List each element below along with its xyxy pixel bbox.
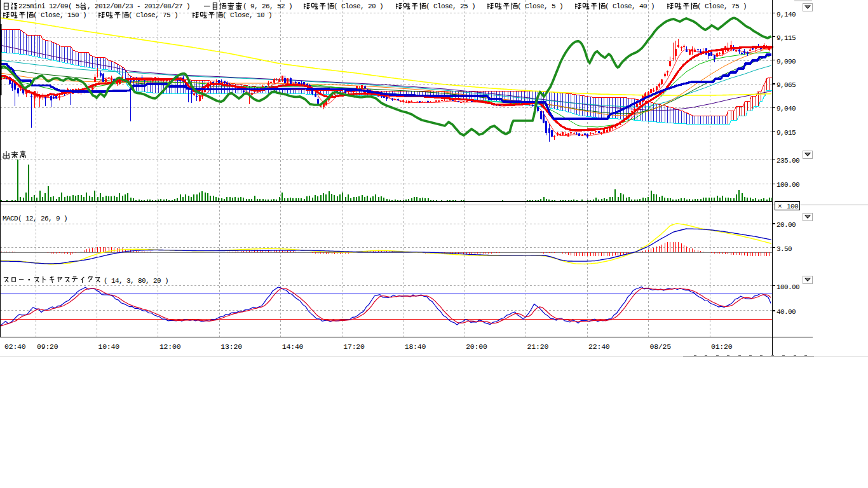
- svg-text:01:20: 01:20: [711, 342, 733, 351]
- svg-text:225mini 12/09( 5: 225mini 12/09( 5: [18, 3, 79, 10]
- svg-text:( Close, 40 ): ( Close, 40 ): [605, 3, 654, 10]
- svg-text:20:00: 20:00: [466, 342, 487, 351]
- svg-text:13:20: 13:20: [220, 342, 242, 351]
- svg-text:, 2012/08/23 - 2012/08/27 ): , 2012/08/23 - 2012/08/27 ): [87, 3, 190, 10]
- svg-text:( Close, 75 ): ( Close, 75 ): [128, 11, 178, 19]
- svg-text:( Close, 20 ): ( Close, 20 ): [334, 3, 383, 10]
- svg-text:9,115: 9,115: [776, 34, 796, 42]
- svg-text:02:40: 02:40: [4, 342, 26, 351]
- svg-text:10:40: 10:40: [98, 342, 119, 351]
- svg-text:( Close, 5 ): ( Close, 5 ): [517, 3, 563, 10]
- svg-text:9,040: 9,040: [776, 105, 796, 112]
- svg-text:21:20: 21:20: [527, 342, 549, 351]
- svg-text:100: 100: [787, 203, 798, 210]
- svg-text:17:20: 17:20: [343, 342, 365, 351]
- svg-text:×: ×: [778, 203, 782, 210]
- svg-text:9,065: 9,065: [776, 81, 796, 89]
- svg-text:9,090: 9,090: [776, 58, 796, 65]
- svg-text:100.00: 100.00: [776, 283, 799, 291]
- svg-text:20.00: 20.00: [776, 221, 796, 229]
- svg-text:( Close, 150 ): ( Close, 150 ): [33, 11, 86, 19]
- svg-text:08/25: 08/25: [650, 342, 672, 351]
- svg-text:12:00: 12:00: [159, 342, 181, 351]
- svg-text:9,140: 9,140: [776, 11, 796, 18]
- svg-text:( Close, 25 ): ( Close, 25 ): [426, 3, 475, 10]
- svg-text:100.00: 100.00: [776, 181, 799, 189]
- svg-text:40.00: 40.00: [776, 308, 796, 316]
- svg-text:235.00: 235.00: [776, 157, 799, 165]
- svg-text:18:40: 18:40: [405, 342, 426, 351]
- svg-text:( Close, 10 ): ( Close, 10 ): [222, 11, 272, 19]
- svg-text:( 14, 3, 80, 20 ): ( 14, 3, 80, 20 ): [104, 277, 168, 285]
- svg-text:( Close, 75 ): ( Close, 75 ): [697, 3, 747, 10]
- svg-text:MACD( 12, 26, 9 ): MACD( 12, 26, 9 ): [3, 215, 67, 222]
- svg-text:22:40: 22:40: [588, 342, 610, 351]
- svg-text:14:40: 14:40: [282, 342, 304, 351]
- svg-text:( 9, 26, 52 ): ( 9, 26, 52 ): [243, 3, 292, 10]
- svg-text:09:20: 09:20: [37, 342, 58, 351]
- svg-text:9,015: 9,015: [776, 129, 796, 137]
- svg-text:3.50: 3.50: [776, 245, 792, 253]
